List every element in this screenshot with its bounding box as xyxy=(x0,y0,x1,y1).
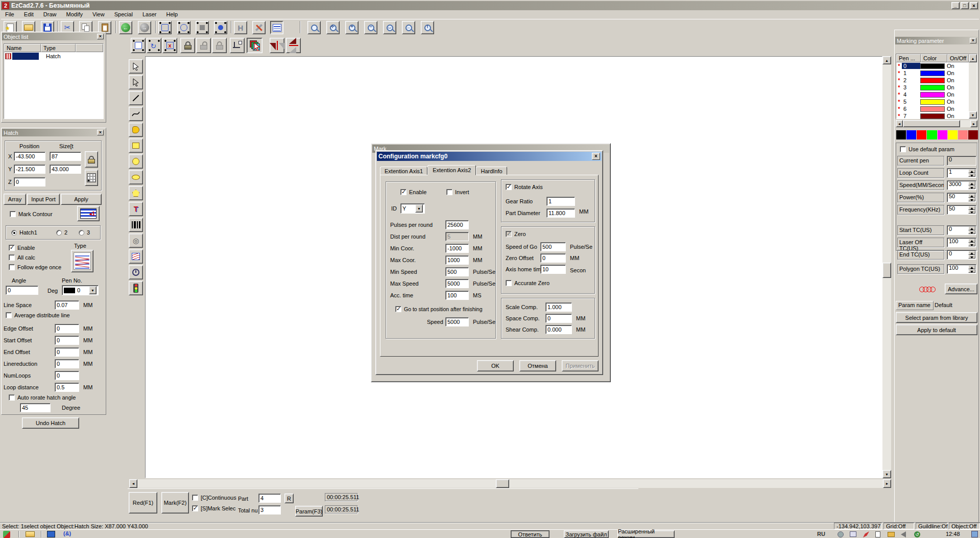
bitmap-tool[interactable]: ◎ xyxy=(129,233,143,248)
object-list-col-name[interactable]: Name xyxy=(4,44,41,52)
total-field[interactable] xyxy=(258,505,281,514)
hatch1-radio[interactable]: Hatch1 xyxy=(11,229,37,236)
param-name-header[interactable]: Param name xyxy=(896,301,934,310)
pen-table-vscrollbar[interactable] xyxy=(969,62,977,111)
start-offset-field[interactable] xyxy=(55,336,79,345)
pen-row-7[interactable]: * 7 On xyxy=(896,112,969,120)
zoom-pan-button[interactable]: ✛ xyxy=(326,21,340,34)
redo-button[interactable]: → xyxy=(138,21,151,34)
menu-view[interactable]: View xyxy=(88,10,109,18)
pen-hscroll-right-icon[interactable]: ► xyxy=(970,120,977,127)
rectangle-tool[interactable] xyxy=(129,138,143,153)
pen-scroll-up-icon[interactable]: ▲ xyxy=(969,54,977,62)
frequency-field[interactable]: 50 xyxy=(947,205,976,215)
scroll-left-icon[interactable]: ◄ xyxy=(129,479,137,488)
edge-offset-field[interactable] xyxy=(55,324,79,333)
start-app-icon[interactable] xyxy=(3,531,10,538)
tray-pencil-icon[interactable] xyxy=(863,531,869,537)
part-diameter-field[interactable] xyxy=(546,208,575,218)
vscroll-thumb[interactable] xyxy=(882,263,891,278)
options-tools-button[interactable] xyxy=(252,21,266,34)
move-to-origin-button[interactable] xyxy=(230,38,245,53)
all-calc-checkbox[interactable]: All calc xyxy=(9,254,35,261)
swatch[interactable] xyxy=(896,130,906,139)
loop-distance-field[interactable] xyxy=(55,383,79,392)
menu-special[interactable]: Special xyxy=(110,10,137,18)
pen-row-5[interactable]: * 5 On xyxy=(896,98,969,105)
polygon-tc-spinner[interactable] xyxy=(968,265,975,273)
zero-checkbox[interactable]: Zero xyxy=(506,231,526,237)
laser-off-tc-field[interactable]: 100 xyxy=(947,238,976,247)
hatch3-radio[interactable]: 3 xyxy=(79,229,90,236)
tab-extention-axis1[interactable]: Extention Axis1 xyxy=(380,167,427,175)
quick-launch-app-icon[interactable] xyxy=(47,531,55,537)
hatch-order-button[interactable]: ◂1 xyxy=(77,206,100,221)
group-objects-button[interactable] xyxy=(196,21,209,34)
close-button[interactable]: × xyxy=(970,2,978,9)
z-position-field[interactable] xyxy=(14,177,45,186)
barcode-tool[interactable] xyxy=(129,218,143,232)
maximize-button[interactable]: □ xyxy=(961,2,969,9)
y-size-field[interactable] xyxy=(50,165,81,174)
onoff-col-header[interactable]: On/Off xyxy=(947,54,969,62)
pen-color-cell[interactable] xyxy=(920,63,945,69)
y-position-field[interactable] xyxy=(14,165,45,174)
ok-button[interactable]: OK xyxy=(477,360,514,371)
zoom-extents-button[interactable]: ↔ xyxy=(402,21,415,34)
pen-color-cell[interactable] xyxy=(920,92,945,98)
polygon-tc-field[interactable]: 100 xyxy=(947,264,976,274)
object-name-cell[interactable] xyxy=(12,53,39,60)
quick-launch-folder-icon[interactable] xyxy=(26,531,35,537)
object-list-close-icon[interactable]: × xyxy=(97,34,104,39)
hatch-close-icon[interactable]: × xyxy=(97,130,104,135)
pen-row-2[interactable]: * 2 On xyxy=(896,77,969,84)
average-distribute-checkbox[interactable]: Average distribute line xyxy=(6,312,70,318)
pen-color-cell[interactable] xyxy=(920,85,945,90)
start-tc-spinner[interactable] xyxy=(968,226,975,234)
max-speed-field[interactable] xyxy=(445,279,469,288)
quick-launch-glyph-icon[interactable]: (&) xyxy=(63,530,71,536)
speed-spinner[interactable] xyxy=(968,181,975,189)
pen-hscroll-left-icon[interactable]: ◄ xyxy=(896,120,903,127)
space-comp-field[interactable] xyxy=(545,314,572,323)
transform-rotate-button[interactable]: ↻ xyxy=(147,38,161,53)
unlock-all-button[interactable] xyxy=(212,38,227,53)
speed-field[interactable]: 3000 xyxy=(947,180,976,190)
undo-button[interactable]: ← xyxy=(119,21,132,34)
frequency-spinner[interactable] xyxy=(968,206,975,214)
follow-edge-checkbox[interactable]: Follow edge once xyxy=(9,264,61,270)
select-tool[interactable] xyxy=(129,59,143,74)
menu-file[interactable]: File xyxy=(1,10,18,18)
swatch[interactable] xyxy=(958,130,968,139)
red-f1-button[interactable]: Red(F1) xyxy=(129,492,157,513)
cancel-button[interactable]: Отмена xyxy=(519,360,556,371)
properties-panel-button[interactable] xyxy=(270,21,283,34)
end-tc-spinner[interactable] xyxy=(968,251,975,259)
tray-update-icon[interactable]: ↺ xyxy=(914,531,920,537)
acc-time-field[interactable] xyxy=(445,291,469,300)
unlock-object-button[interactable] xyxy=(196,38,211,53)
id-dropdown-arrow-icon[interactable]: ▼ xyxy=(415,204,423,213)
x-position-field[interactable] xyxy=(14,152,45,161)
tab-hardinfo[interactable]: HardInfo xyxy=(476,167,507,175)
pen-hscroll-thumb[interactable] xyxy=(903,120,960,127)
minimize-button[interactable]: _ xyxy=(951,2,960,9)
scroll-right-icon[interactable]: ► xyxy=(883,479,891,488)
gear-ratio-field[interactable] xyxy=(546,197,575,206)
vector-file-tool[interactable] xyxy=(129,249,143,264)
lock-object-button[interactable] xyxy=(180,38,195,53)
pen-color-cell[interactable] xyxy=(920,99,945,105)
node-edit-tool[interactable] xyxy=(129,75,143,89)
auto-rotate-hatch-checkbox[interactable]: Auto rorate hatch angle xyxy=(9,394,76,401)
tray-volume-icon[interactable] xyxy=(901,531,906,537)
zero-offset-field[interactable] xyxy=(540,253,566,263)
dialog-close-icon[interactable]: × xyxy=(592,153,600,160)
pen-row-3[interactable]: * 3 On xyxy=(896,84,969,91)
tray-document-icon[interactable] xyxy=(875,531,880,537)
rotate-axis-checkbox[interactable]: Rotate Axis xyxy=(506,184,543,190)
advance-button[interactable]: Advance... xyxy=(945,284,977,294)
swatch[interactable] xyxy=(938,130,947,139)
accurate-zero-checkbox[interactable]: Accurate Zero xyxy=(506,280,549,286)
ungroup-objects-button[interactable] xyxy=(214,21,227,34)
canvas-hscrollbar[interactable]: ◄ ► xyxy=(129,479,891,488)
